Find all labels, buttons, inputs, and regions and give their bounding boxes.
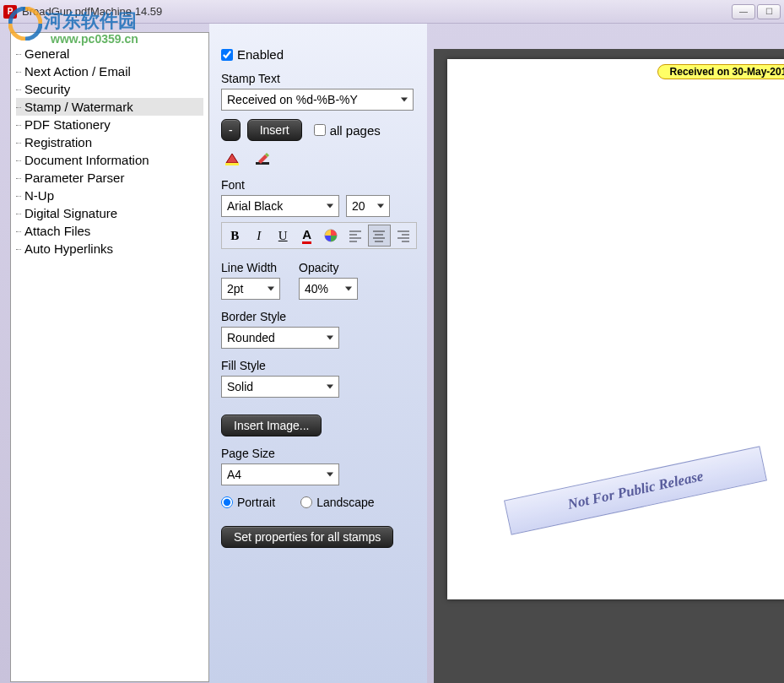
opacity-label: Opacity — [299, 261, 358, 274]
settings-sidebar: GeneralNext Action / EmailSecurityStamp … — [10, 32, 209, 682]
stamp-settings-panel: Enabled Stamp Text Received on %d-%B-%Y … — [209, 24, 427, 683]
align-left-button[interactable] — [343, 225, 365, 247]
line-width-value: 2pt — [227, 282, 243, 295]
dropdown-arrow-icon — [377, 204, 384, 209]
dropdown-arrow-icon — [401, 98, 408, 102]
font-size-value: 20 — [352, 199, 365, 213]
font-color-letter: A — [302, 227, 311, 244]
opacity-combo[interactable]: 40% — [299, 278, 358, 300]
align-right-button[interactable] — [392, 225, 414, 247]
sidebar-item-auto-hyperlinks[interactable]: Auto Hyperlinks — [16, 240, 203, 257]
stamp-text-combo[interactable]: Received on %d-%B-%Y — [221, 89, 414, 111]
page-size-value: A4 — [227, 468, 241, 481]
stamp-text-value: Received on %d-%B-%Y — [227, 93, 358, 106]
font-size-combo[interactable]: 20 — [346, 195, 390, 217]
line-width-combo[interactable]: 2pt — [221, 278, 280, 300]
font-combo[interactable]: Arial Black — [221, 195, 339, 217]
color-picker-button[interactable] — [320, 225, 342, 247]
sidebar-item-next-action-email[interactable]: Next Action / Email — [16, 62, 203, 80]
sidebar-item-general[interactable]: General — [16, 45, 203, 62]
minimize-button[interactable]: — — [732, 4, 755, 19]
all-pages-checkbox[interactable] — [314, 124, 326, 136]
dropdown-arrow-icon — [327, 385, 333, 389]
dropdown-arrow-icon — [327, 473, 333, 477]
text-format-toolbar: B I U A — [221, 222, 417, 249]
border-style-label: Border Style — [221, 310, 419, 323]
dropdown-arrow-icon — [345, 287, 352, 291]
portrait-radio[interactable] — [221, 496, 233, 508]
svg-rect-1 — [225, 163, 239, 165]
dropdown-arrow-icon — [327, 336, 333, 340]
border-style-combo[interactable]: Rounded — [221, 327, 339, 349]
align-center-button[interactable] — [368, 225, 391, 247]
insert-button[interactable]: Insert — [247, 119, 302, 141]
font-label: Font — [221, 178, 419, 192]
diagonal-watermark-stamp[interactable]: Not For Public Release — [504, 446, 767, 535]
page-size-label: Page Size — [221, 447, 419, 460]
landscape-radio-label[interactable]: Landscape — [300, 496, 375, 509]
set-all-stamps-button[interactable]: Set properties for all stamps — [221, 526, 393, 548]
fill-style-combo[interactable]: Solid — [221, 376, 339, 398]
sidebar-item-n-up[interactable]: N-Up — [16, 187, 203, 204]
dropdown-arrow-icon — [268, 287, 274, 291]
sidebar-item-document-information[interactable]: Document Information — [16, 151, 203, 169]
stamp-text-label: Stamp Text — [221, 72, 419, 85]
font-color-button[interactable]: A — [295, 225, 317, 247]
landscape-radio[interactable] — [300, 496, 312, 508]
portrait-text: Portrait — [237, 496, 275, 509]
fill-style-label: Fill Style — [221, 359, 419, 372]
titlebar: P BroadGun pdfMachine 14.59 — ☐ — [0, 0, 784, 24]
sidebar-item-pdf-stationery[interactable]: PDF Stationery — [16, 116, 203, 133]
underline-button[interactable]: U — [272, 225, 294, 247]
sidebar-item-parameter-parser[interactable]: Parameter Parser — [16, 169, 203, 187]
enabled-label: Enabled — [237, 47, 284, 62]
font-value: Arial Black — [227, 199, 283, 213]
preview-area: Received on 30-May-2013 Not For Public R… — [434, 49, 784, 683]
italic-button[interactable]: I — [247, 225, 269, 247]
edit-pencil-icon[interactable] — [251, 149, 273, 168]
all-pages-label: all pages — [330, 123, 381, 138]
opacity-value: 40% — [305, 282, 328, 295]
sidebar-item-digital-signature[interactable]: Digital Signature — [16, 204, 203, 222]
portrait-radio-label[interactable]: Portrait — [221, 496, 275, 509]
enabled-checkbox[interactable] — [221, 49, 233, 61]
sidebar-item-security[interactable]: Security — [16, 80, 203, 98]
window-title: BroadGun pdfMachine 14.59 — [22, 5, 162, 18]
page-size-combo[interactable]: A4 — [221, 463, 339, 485]
landscape-text: Landscape — [316, 496, 375, 509]
border-style-value: Rounded — [227, 331, 275, 344]
fill-style-value: Solid — [227, 380, 253, 393]
sidebar-item-registration[interactable]: Registration — [16, 133, 203, 151]
insert-image-button[interactable]: Insert Image... — [221, 415, 322, 436]
received-stamp[interactable]: Received on 30-May-2013 — [657, 64, 784, 79]
dropdown-arrow-icon — [327, 204, 333, 209]
sidebar-item-attach-files[interactable]: Attach Files — [16, 222, 203, 240]
maximize-button[interactable]: ☐ — [757, 4, 781, 19]
svg-marker-0 — [226, 154, 238, 163]
bold-button[interactable]: B — [224, 225, 246, 247]
app-icon: P — [3, 5, 17, 19]
line-width-label: Line Width — [221, 261, 280, 274]
highlight-color-icon[interactable] — [221, 149, 243, 168]
svg-rect-2 — [256, 162, 269, 165]
sidebar-item-stamp-watermark[interactable]: Stamp / Watermark — [16, 98, 203, 116]
remove-stamp-button[interactable]: - — [221, 119, 241, 141]
page-preview[interactable]: Received on 30-May-2013 Not For Public R… — [447, 59, 784, 599]
